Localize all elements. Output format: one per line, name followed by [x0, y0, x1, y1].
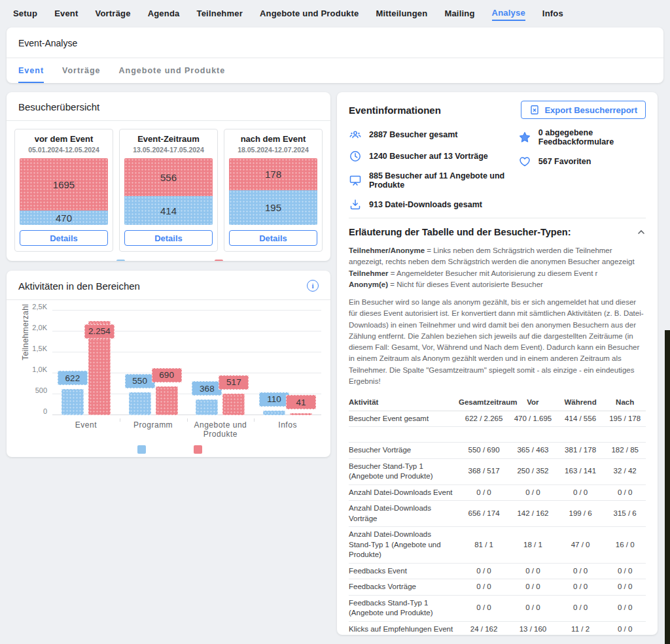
chevron-up-icon[interactable]	[637, 228, 646, 237]
stat-text: 1240 Besucher auf 13 Vorträge	[369, 152, 488, 161]
row-value: 0 / 0	[459, 582, 509, 592]
bar-teilnehmer: 622	[62, 311, 84, 415]
bar-anonyme: 690	[156, 311, 178, 415]
table-spacer-row	[349, 427, 646, 443]
tab-vorträge[interactable]: Vorträge	[62, 66, 100, 83]
event-analyse-card: Event-Analyse EventVorträgeAngebote und …	[7, 27, 663, 83]
category-label-programm: Programm	[120, 420, 187, 439]
row-value: 24 / 162	[459, 624, 509, 635]
y-tick-label: 2,0K	[32, 324, 47, 331]
export-visitor-report-button[interactable]: Export Besucherreport	[521, 101, 646, 119]
tab-event[interactable]: Event	[18, 66, 44, 83]
table-row: Besucher Event gesamt622 / 2.265470 / 1.…	[349, 411, 646, 428]
nav-item-agenda[interactable]: Agenda	[148, 8, 180, 20]
explanation-paragraph: Ein Besucher wird so lange als anonym ge…	[349, 290, 646, 395]
nav-item-vorträge[interactable]: Vorträge	[96, 8, 131, 20]
legend-swatch	[194, 445, 202, 454]
row-value: 0 / 0	[459, 603, 509, 613]
y-tick-label: 2,5K	[32, 303, 47, 311]
y-tick-label: 1,5K	[32, 345, 47, 352]
table-row: Feedbacks Vorträge0 / 00 / 00 / 00 / 0	[349, 579, 646, 596]
legend-label: Teilnehmer	[122, 456, 161, 457]
nav-item-angebote-und-produkte[interactable]: Angebote und Produkte	[260, 8, 359, 20]
stat-text: 0 abgegebene Feedbackformulare	[538, 128, 646, 146]
row-value: 0 / 0	[604, 603, 646, 613]
details-button[interactable]: Details	[20, 230, 108, 246]
export-file-icon	[529, 105, 540, 115]
bar-groups: 6222.25455069036851711041	[52, 311, 321, 415]
tab-angebote-und-produkte[interactable]: Angebote und Produkte	[119, 66, 226, 83]
bar-anonyme: 2.254	[88, 311, 111, 415]
column-header-nach: Nach	[604, 398, 646, 408]
stat-1240-besucher-auf-13-vorträge: 1240 Besucher auf 13 Vorträge	[349, 150, 518, 163]
legend-item-anonyme: Anonyme	[202, 260, 236, 261]
row-label: Anzahl Datei-Downloads Stand-Typ 1 (Ange…	[349, 530, 459, 560]
visitor-overview-legend: TeilnehmerAnonyme	[7, 256, 330, 261]
activities-header: Aktivitäten in den Bereichen i	[7, 271, 330, 299]
info-icon[interactable]: i	[307, 280, 319, 292]
row-value: 315 / 6	[604, 509, 646, 519]
row-value: 163 / 141	[557, 466, 605, 477]
bar-group-angebote-und-produkte: 368517	[187, 311, 255, 415]
nav-item-infos[interactable]: Infos	[542, 8, 563, 20]
analysis-tabs: EventVorträgeAngebote und Produkte	[7, 58, 663, 83]
definition-term: Teilnehmer	[349, 269, 389, 277]
bar	[156, 386, 178, 415]
nav-item-setup[interactable]: Setup	[13, 8, 37, 20]
bar-group-event: 6222.254	[52, 311, 120, 415]
teilnehmer-segment: 414	[124, 196, 213, 225]
row-label: Anzahl Datei-Downloads Vorträge	[349, 503, 459, 524]
row-value: 81 / 1	[459, 540, 509, 551]
row-value: 32 / 42	[604, 466, 646, 477]
x-tick	[120, 418, 120, 422]
nav-item-mailing[interactable]: Mailing	[444, 8, 474, 20]
page: SetupEventVorträgeAgendaTeilnehmerAngebo…	[0, 0, 670, 644]
row-value: 368 / 517	[459, 466, 509, 477]
row-label: Klicks auf Empfehlungen Event	[349, 624, 459, 635]
column-header-vor: Vor	[509, 398, 557, 408]
event-stats: 2887 Besucher gesamt1240 Besucher auf 13…	[349, 126, 646, 218]
stat-text: 2887 Besucher gesamt	[369, 130, 458, 139]
column-header-aktivität: Aktivität	[349, 398, 459, 408]
table-row: Feedbacks Stand-Typ 1 (Angebote und Prod…	[349, 596, 646, 622]
row-label: Besucher Event gesamt	[349, 414, 459, 424]
table-row: Feedbacks Event0 / 00 / 00 / 00 / 0	[349, 564, 646, 580]
left-column: Besucherübersicht vor dem Event05.01.202…	[7, 92, 330, 457]
explanation-header: Erläuterung der Tabelle und der Besucher…	[349, 218, 646, 240]
row-label: Feedbacks Vorträge	[349, 582, 459, 592]
activities-chart: Teilnehmerzahl 05001,0K1,5K2,0K2,5K6222.…	[7, 300, 330, 439]
nav-item-teilnehmer[interactable]: Teilnehmer	[197, 8, 243, 20]
row-value: 0 / 0	[509, 603, 557, 613]
row-value: 470 / 1.695	[509, 414, 557, 424]
category-label-event: Event	[52, 420, 120, 439]
stacked-bar: 556414	[124, 158, 213, 225]
table-header-row: AktivitätGesamtzeitraumVorWährendNach	[349, 395, 646, 411]
bar	[129, 392, 151, 415]
row-value: 16 / 0	[604, 540, 646, 551]
activity-table: AktivitätGesamtzeitraumVorWährendNachBes…	[349, 395, 646, 635]
bar	[62, 389, 84, 415]
y-tick-label: 0	[43, 407, 47, 415]
bar-value-label: 622	[58, 371, 88, 385]
stacked-bar: 178195	[229, 158, 317, 225]
visitor-type-definitions: Teilnehmer/Anonyme = Links neben dem Sch…	[349, 240, 646, 290]
star-icon	[518, 131, 531, 144]
nav-item-analyse[interactable]: Analyse	[492, 8, 525, 21]
event-info-title: Eventinformationen	[349, 105, 441, 116]
definition-term: Anonym(e)	[349, 280, 388, 288]
table-row: Besucher Vorträge550 / 690365 / 463381 /…	[349, 443, 646, 459]
table-row: Anzahl Datei-Downloads Event0 / 00 / 00 …	[349, 485, 646, 501]
bar-value-label: 41	[286, 395, 316, 409]
nav-item-mitteilungen[interactable]: Mitteilungen	[376, 8, 427, 20]
column-header-während: Während	[557, 398, 605, 408]
nav-item-event[interactable]: Event	[54, 8, 78, 20]
bar	[290, 413, 312, 415]
bar-teilnehmer: 110	[263, 311, 285, 415]
row-value: 0 / 0	[557, 566, 605, 577]
details-button[interactable]: Details	[124, 230, 213, 246]
main-columns: Besucherübersicht vor dem Event05.01.202…	[0, 83, 670, 635]
details-button[interactable]: Details	[229, 230, 317, 246]
x-tick	[187, 418, 188, 422]
table-row: Besucher Stand-Typ 1 (Angebote und Produ…	[349, 459, 646, 485]
row-value: 0 / 0	[557, 488, 605, 498]
